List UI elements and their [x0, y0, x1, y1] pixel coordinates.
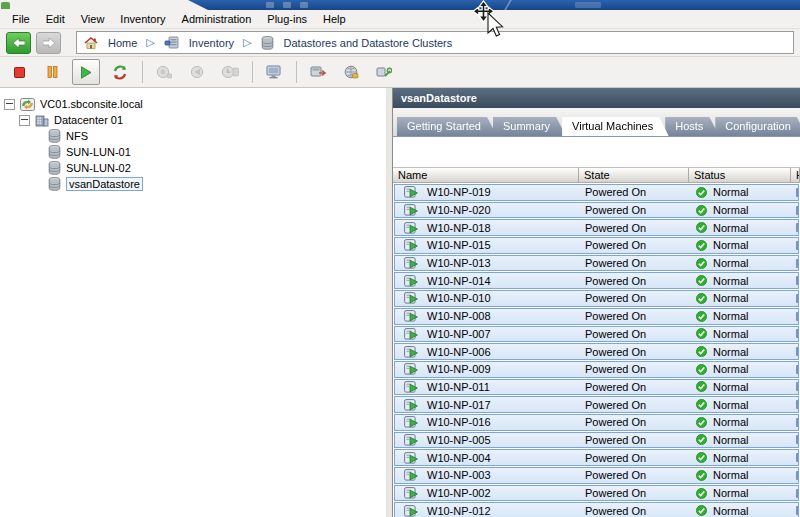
tree-node-datastore-selected[interactable]: vsanDatastore: [0, 176, 386, 192]
table-row[interactable]: W10-NP-006Powered OnNormal: [394, 343, 799, 360]
back-button[interactable]: [6, 32, 31, 54]
tree-label-datacenter[interactable]: Datacenter 01: [54, 114, 123, 126]
back-arrow-icon: [13, 38, 25, 48]
background-titlebar: [0, 0, 800, 10]
open-console-button[interactable]: [261, 60, 287, 84]
vm-state: Powered On: [579, 222, 689, 234]
vm-powered-on-icon: [404, 469, 418, 481]
table-row[interactable]: W10-NP-012Powered OnNormal: [394, 502, 799, 517]
tree-label-sun-lun-01[interactable]: SUN-LUN-01: [66, 146, 131, 158]
collapse-icon[interactable]: [4, 99, 15, 110]
tree-label-vcenter[interactable]: VC01.sbconsite.local: [40, 98, 143, 110]
forward-button[interactable]: [36, 32, 61, 54]
vm-status: Normal: [713, 292, 748, 304]
table-row[interactable]: W10-NP-017Powered OnNormal: [394, 396, 799, 413]
tree-node-datastore[interactable]: NFS: [0, 128, 386, 144]
vm-state: Powered On: [579, 292, 689, 304]
vm-name: W10-NP-020: [427, 204, 491, 216]
vm-powered-on-icon: [404, 239, 418, 251]
table-row[interactable]: W10-NP-018Powered OnNormal: [394, 219, 799, 236]
datastore-detail-panel: vsanDatastore Getting StartedSummaryVirt…: [392, 88, 800, 517]
vm-state: Powered On: [579, 204, 689, 216]
menu-view[interactable]: View: [73, 11, 113, 27]
tree-node-datacenter[interactable]: Datacenter 01: [0, 112, 386, 128]
table-row[interactable]: W10-NP-013Powered OnNormal: [394, 255, 799, 272]
status-normal-icon: [696, 399, 707, 410]
vm-status: Normal: [713, 487, 748, 499]
vm-powered-on-icon: [404, 310, 418, 322]
table-row[interactable]: W10-NP-014Powered OnNormal: [394, 272, 799, 289]
revert-snapshot-button[interactable]: [184, 60, 210, 84]
table-row[interactable]: W10-NP-010Powered OnNormal: [394, 290, 799, 307]
tab-virtual-machines[interactable]: Virtual Machines: [562, 117, 669, 137]
column-header-status[interactable]: Status: [689, 167, 791, 183]
menu-file[interactable]: File: [4, 11, 38, 27]
power-off-button[interactable]: [6, 60, 32, 84]
table-row[interactable]: W10-NP-016Powered OnNormal: [394, 414, 799, 431]
tab-configuration[interactable]: Configuration: [715, 117, 800, 136]
vm-name: W10-NP-015: [427, 239, 491, 251]
tab-getting-started[interactable]: Getting Started: [397, 117, 497, 136]
menu-help[interactable]: Help: [315, 11, 354, 27]
column-header-host[interactable]: Host: [791, 167, 800, 183]
table-row[interactable]: W10-NP-019Powered OnNormal: [394, 184, 799, 201]
snapshot-manager-button[interactable]: [217, 60, 243, 84]
vm-status: Normal: [713, 416, 748, 428]
table-row[interactable]: W10-NP-004Powered OnNormal: [394, 449, 799, 466]
tab-hosts[interactable]: Hosts: [665, 117, 719, 136]
breadcrumb-arrow-icon: ▷: [146, 36, 154, 49]
tree-label-nfs[interactable]: NFS: [66, 130, 88, 142]
maintenance-button[interactable]: [371, 60, 397, 84]
tree-label-vsandatastore[interactable]: vsanDatastore: [66, 177, 143, 191]
status-normal-icon: [696, 187, 707, 198]
play-icon: [80, 66, 92, 79]
column-header-state[interactable]: State: [579, 167, 689, 183]
reset-button[interactable]: [107, 60, 133, 84]
tab-summary[interactable]: Summary: [493, 117, 566, 136]
breadcrumb: Home ▷ Inventory ▷ Datastores and Datast…: [76, 31, 794, 54]
vm-state: Powered On: [579, 487, 689, 499]
menu-inventory[interactable]: Inventory: [112, 11, 173, 27]
titlebar-mark: [300, 2, 308, 8]
vm-state: Powered On: [579, 363, 689, 375]
table-row[interactable]: W10-NP-009Powered OnNormal: [394, 361, 799, 378]
vm-state: Powered On: [579, 186, 689, 198]
suspend-button[interactable]: [39, 60, 65, 84]
table-row[interactable]: W10-NP-008Powered OnNormal: [394, 308, 799, 325]
datastore-icon: [48, 129, 61, 143]
vm-status: Normal: [713, 328, 748, 340]
navigation-bar: Home ▷ Inventory ▷ Datastores and Datast…: [0, 29, 800, 57]
permissions-button[interactable]: [338, 60, 364, 84]
vm-state: Powered On: [579, 505, 689, 517]
breadcrumb-location[interactable]: Datastores and Datastore Clusters: [261, 36, 453, 50]
table-row[interactable]: W10-NP-007Powered OnNormal: [394, 326, 799, 343]
tree-node-vcenter[interactable]: VC01.sbconsite.local: [0, 96, 386, 112]
power-on-button[interactable]: [72, 59, 100, 85]
table-row[interactable]: W10-NP-003Powered OnNormal: [394, 467, 799, 484]
table-row[interactable]: W10-NP-020Powered OnNormal: [394, 202, 799, 219]
tree-label-sun-lun-02[interactable]: SUN-LUN-02: [66, 162, 131, 174]
column-header-name[interactable]: Name: [393, 167, 579, 183]
vm-status: Normal: [713, 239, 748, 251]
tree-node-datastore[interactable]: SUN-LUN-01: [0, 144, 386, 160]
edit-settings-button[interactable]: [305, 60, 331, 84]
status-normal-icon: [696, 417, 707, 428]
table-row[interactable]: W10-NP-011Powered OnNormal: [394, 379, 799, 396]
table-row[interactable]: W10-NP-005Powered OnNormal: [394, 432, 799, 449]
breadcrumb-inventory-label: Inventory: [189, 37, 234, 49]
menu-administration[interactable]: Administration: [174, 11, 260, 27]
tree-node-datastore[interactable]: SUN-LUN-02: [0, 160, 386, 176]
vm-powered-on-icon: [404, 381, 418, 393]
table-row[interactable]: W10-NP-002Powered OnNormal: [394, 485, 799, 502]
collapse-icon[interactable]: [19, 115, 30, 126]
panel-title: vsanDatastore: [393, 88, 800, 108]
take-snapshot-button[interactable]: [151, 60, 177, 84]
vm-status: Normal: [713, 257, 748, 269]
breadcrumb-home[interactable]: Home: [84, 37, 137, 49]
menu-plugins[interactable]: Plug-ins: [259, 11, 315, 27]
table-row[interactable]: W10-NP-015Powered OnNormal: [394, 237, 799, 254]
breadcrumb-inventory[interactable]: Inventory: [164, 36, 234, 49]
host-cell-clipped: [796, 506, 798, 515]
menu-edit[interactable]: Edit: [38, 11, 73, 27]
vm-powered-on-icon: [404, 257, 418, 269]
